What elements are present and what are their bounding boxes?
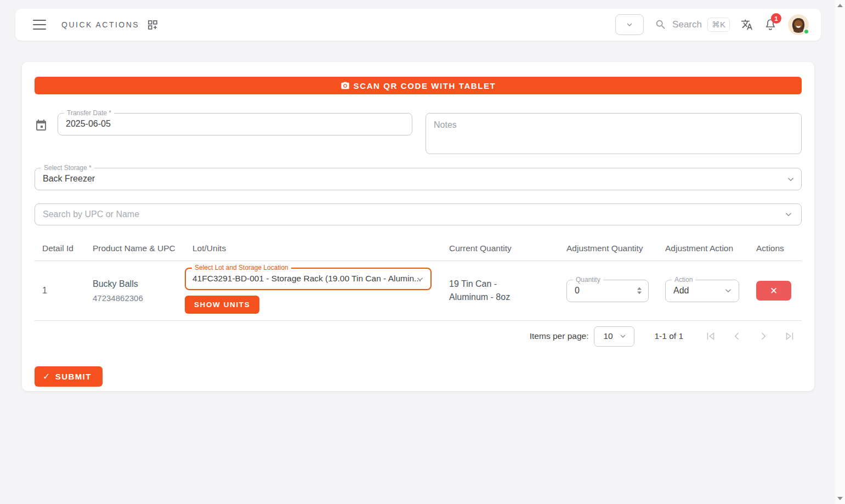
chevron-down-icon <box>415 274 425 284</box>
notification-count-badge: 1 <box>771 13 781 24</box>
storage-select[interactable]: Select Storage * Back Freezer <box>35 168 802 190</box>
storage-select-label: Select Storage * <box>41 164 94 172</box>
table-row: 1 Bucky Balls 47234862306 Select Lot and… <box>35 261 802 321</box>
storage-select-value: Back Freezer <box>35 168 801 189</box>
notifications-bell-icon[interactable]: 1 <box>764 18 777 31</box>
items-per-page-select[interactable]: 10 <box>594 326 634 347</box>
topbar-select[interactable] <box>615 14 644 35</box>
dashboard-customize-icon[interactable] <box>147 19 158 30</box>
col-lot-units: Lot/Units <box>185 236 441 261</box>
notes-placeholder: Notes <box>426 114 801 135</box>
quick-actions-label: QUICK ACTIONS <box>61 20 139 29</box>
previous-page-button[interactable] <box>726 325 748 347</box>
search-shortcut-badge: ⌘K <box>707 18 730 32</box>
quantity-input[interactable]: Quantity 0 <box>566 280 649 302</box>
user-avatar[interactable] <box>788 14 809 35</box>
col-adjustment-action: Adjustment Action <box>657 236 748 261</box>
scroll-down-arrow-icon[interactable] <box>837 497 843 500</box>
scan-qr-button[interactable]: SCAN QR CODE WITH TABLET <box>35 77 802 94</box>
translate-icon[interactable] <box>741 19 753 31</box>
table-header-row: Detail Id Product Name & UPC Lot/Units C… <box>35 236 802 261</box>
adjustment-action-cell: Action Add <box>657 273 748 309</box>
col-adjustment-quantity: Adjustment Quantity <box>559 236 657 261</box>
pagination-range-label: 1-1 of 1 <box>654 331 683 341</box>
action-select-label: Action <box>672 276 695 284</box>
calendar-icon[interactable] <box>35 113 58 132</box>
chevron-down-icon <box>619 332 627 341</box>
chevron-down-icon <box>625 20 634 29</box>
global-search[interactable]: Search ⌘K <box>655 18 730 32</box>
lot-storage-select-label: Select Lot and Storage Location <box>192 264 291 271</box>
next-page-button[interactable] <box>752 325 774 347</box>
menu-icon[interactable] <box>33 20 46 30</box>
submit-button-label: SUBMIT <box>55 372 92 381</box>
show-units-button[interactable]: SHOW UNITS <box>185 296 259 314</box>
product-search-field[interactable] <box>35 203 802 225</box>
lot-units-cell: Select Lot and Storage Location 41FC3291… <box>185 261 441 320</box>
product-cell: Bucky Balls 47234862306 <box>85 273 185 309</box>
scan-qr-button-label: SCAN QR CODE WITH TABLET <box>354 81 496 90</box>
submit-button[interactable]: ✓ SUBMIT <box>35 366 103 387</box>
adjustment-table: Detail Id Product Name & UPC Lot/Units C… <box>35 236 802 321</box>
actions-cell: ✕ <box>748 274 802 307</box>
items-per-page-label: Items per page: <box>530 331 589 341</box>
col-product-name-upc: Product Name & UPC <box>85 236 185 261</box>
action-select[interactable]: Action Add <box>665 280 739 302</box>
quantity-stepper[interactable] <box>637 287 642 295</box>
camera-icon <box>341 81 350 90</box>
detail-id-cell: 1 <box>35 279 85 302</box>
product-search-input[interactable] <box>43 209 784 219</box>
col-actions: Actions <box>748 236 802 261</box>
transfer-date-label: Transfer Date * <box>64 109 114 117</box>
scroll-up-arrow-icon[interactable] <box>837 4 843 7</box>
quantity-input-label: Quantity <box>573 276 603 284</box>
check-icon: ✓ <box>43 371 51 382</box>
notes-field[interactable]: Notes <box>426 113 802 154</box>
first-page-button[interactable] <box>700 325 722 347</box>
delete-row-button[interactable]: ✕ <box>756 281 791 301</box>
col-detail-id: Detail Id <box>35 236 85 261</box>
items-per-page-value: 10 <box>603 331 613 341</box>
transfer-date-field[interactable]: Transfer Date * 2025-06-05 <box>58 113 412 135</box>
search-icon <box>655 19 667 31</box>
product-name: Bucky Balls <box>93 279 178 289</box>
search-placeholder: Search <box>672 19 702 30</box>
product-upc: 47234862306 <box>93 293 178 303</box>
adjustment-form-card: SCAN QR CODE WITH TABLET Transfer Date *… <box>22 62 814 391</box>
chevron-down-icon <box>784 209 793 219</box>
last-page-button[interactable] <box>779 325 801 347</box>
chevron-down-icon <box>723 286 733 296</box>
online-status-dot <box>803 29 809 35</box>
col-current-quantity: Current Quantity <box>441 236 559 261</box>
adjustment-quantity-cell: Quantity 0 <box>559 273 657 309</box>
current-quantity-cell: 19 Tin Can - Aluminum - 8oz <box>441 271 559 310</box>
vertical-scrollbar[interactable] <box>835 0 845 504</box>
chevron-down-icon <box>786 174 796 184</box>
lot-storage-select[interactable]: Select Lot and Storage Location 41FC3291… <box>185 268 432 290</box>
lot-storage-select-value: 41FC3291-BD-001 - Storage Rack (19.00 Ti… <box>186 269 430 288</box>
table-pagination: Items per page: 10 1-1 of 1 <box>35 321 802 352</box>
top-app-bar: QUICK ACTIONS Search ⌘K 1 <box>15 9 821 41</box>
